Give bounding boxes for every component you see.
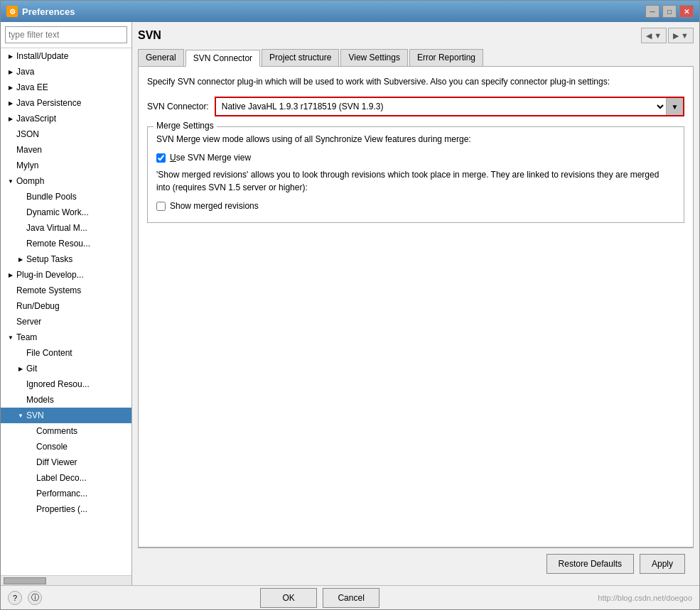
tab-general[interactable]: General — [138, 49, 184, 66]
ok-button[interactable]: OK — [260, 588, 317, 608]
sidebar-item-java-virtual-m[interactable]: Java Virtual M... — [1, 220, 131, 236]
bottom-bar: Restore Defaults Apply — [138, 548, 694, 579]
sidebar-item-label: File Content — [26, 348, 72, 358]
connector-select[interactable]: Native JavaHL 1.9.3 r1718519 (SVN 1.9.3) — [216, 98, 666, 115]
merge-description: SVN Merge view mode allows using of all … — [156, 133, 675, 146]
sidebar-item-git[interactable]: ▶Git — [1, 361, 131, 376]
filter-input[interactable] — [5, 26, 127, 43]
sidebar-item-label: JSON — [16, 129, 39, 139]
show-merged-revisions-row: Show merged revisions — [156, 201, 675, 211]
content-area: ▶Install/Update▶Java▶Java EE▶Java Persis… — [1, 22, 699, 585]
sidebar-item-label: Plug-in Develop... — [16, 270, 84, 280]
sidebar-item-dynamic-work[interactable]: Dynamic Work... — [1, 205, 131, 220]
tree-arrow-icon: ▶ — [6, 114, 15, 123]
sidebar-item-diff-viewer[interactable]: Diff Viewer — [1, 454, 131, 470]
watermark: http://blog.csdn.net/doegoo — [598, 594, 692, 602]
sidebar-item-ignored-resou[interactable]: Ignored Resou... — [1, 376, 131, 392]
sidebar-item-label: Comments — [36, 426, 77, 436]
sidebar-item-java[interactable]: ▶Java — [1, 64, 131, 80]
sidebar-item-plug-in-dev[interactable]: ▶Plug-in Develop... — [1, 267, 131, 283]
sidebar-item-mylyn[interactable]: Mylyn — [1, 158, 131, 173]
sidebar-item-label: Setup Tasks — [26, 254, 72, 264]
tab-error-reporting[interactable]: Error Reporting — [409, 49, 483, 66]
sidebar-item-team[interactable]: ▼Team — [1, 329, 131, 345]
left-panel: ▶Install/Update▶Java▶Java EE▶Java Persis… — [1, 22, 132, 585]
show-merged-checkbox[interactable] — [156, 202, 166, 211]
info-icon[interactable]: ⓘ — [28, 591, 42, 605]
sidebar-item-label: Properties (... — [36, 504, 87, 514]
back-button[interactable]: ◀ ▼ — [641, 28, 667, 43]
tab-content: Specify SVN connector plug-in which will… — [138, 67, 694, 548]
apply-button[interactable]: Apply — [640, 554, 685, 574]
sidebar-item-svn[interactable]: ▼SVN — [1, 408, 131, 423]
sidebar-item-server[interactable]: Server — [1, 314, 131, 329]
select-arrow-icon[interactable]: ▼ — [666, 98, 683, 115]
tab-svn-connector[interactable]: SVN Connector — [185, 50, 260, 67]
maximize-button[interactable]: □ — [662, 5, 677, 18]
sidebar-item-label: Java EE — [16, 82, 48, 92]
show-merged-label: Show merged revisions — [170, 201, 259, 211]
sidebar-item-console[interactable]: Console — [1, 439, 131, 454]
connector-label: SVN Connector: — [147, 102, 209, 111]
sidebar-item-label: Team — [16, 332, 37, 342]
sidebar-item-install-update[interactable]: ▶Install/Update — [1, 48, 131, 64]
preferences-window: ⚙ Preferences ─ □ ✕ ▶Install/Update▶Java… — [0, 0, 700, 610]
panel-title: SVN — [138, 29, 161, 42]
tree-arrow-icon: ▶ — [6, 83, 15, 92]
scroll-thumb-h[interactable] — [4, 577, 46, 584]
sidebar-item-label: Server — [16, 317, 41, 327]
restore-defaults-button[interactable]: Restore Defaults — [546, 554, 634, 574]
tree-arrow-icon: ▶ — [16, 255, 25, 263]
sidebar-item-label-deco[interactable]: Label Deco... — [1, 470, 131, 486]
sidebar-item-maven[interactable]: Maven — [1, 142, 131, 158]
tab-view-settings[interactable]: View Settings — [340, 49, 408, 66]
panel-header: SVN ◀ ▼ ▶ ▼ — [138, 28, 694, 43]
sidebar-item-java-persistence[interactable]: ▶Java Persistence — [1, 95, 131, 111]
sidebar-item-file-content[interactable]: File Content — [1, 345, 131, 361]
sidebar-item-label: Dynamic Work... — [26, 207, 89, 217]
minimize-button[interactable]: ─ — [645, 5, 659, 18]
use-svn-merge-checkbox[interactable] — [156, 153, 166, 163]
sidebar-item-label: Mylyn — [16, 160, 38, 170]
sidebar-item-json[interactable]: JSON — [1, 126, 131, 142]
right-panel: SVN ◀ ▼ ▶ ▼ GeneralSVN ConnectorProject … — [132, 22, 699, 585]
nav-buttons: ◀ ▼ ▶ ▼ — [641, 28, 694, 43]
sidebar-item-properties[interactable]: Properties (... — [1, 501, 131, 517]
sidebar-item-run-debug[interactable]: Run/Debug — [1, 298, 131, 314]
sidebar-item-label: Remote Systems — [16, 285, 81, 295]
tree-arrow-icon: ▶ — [6, 52, 15, 60]
sidebar-item-java-ee[interactable]: ▶Java EE — [1, 80, 131, 95]
sidebar-item-label: Remote Resou... — [26, 239, 90, 249]
tree-arrow-icon: ▶ — [6, 67, 15, 76]
sidebar-item-models[interactable]: Models — [1, 392, 131, 408]
connector-description: Specify SVN connector plug-in which will… — [147, 75, 684, 88]
sidebar-item-oomph[interactable]: ▼Oomph — [1, 173, 131, 189]
sidebar-item-performance[interactable]: Performanc... — [1, 486, 131, 501]
sidebar-item-label: Label Deco... — [36, 473, 87, 483]
sidebar-item-remote-resou[interactable]: Remote Resou... — [1, 236, 131, 251]
sidebar-item-label: JavaScript — [16, 114, 56, 124]
sidebar-item-remote-sys[interactable]: Remote Systems — [1, 283, 131, 298]
merge-settings-title: Merge Settings — [154, 121, 217, 131]
sidebar-item-label: Java Persistence — [16, 98, 81, 108]
close-button[interactable]: ✕ — [679, 5, 694, 18]
cancel-button[interactable]: Cancel — [323, 588, 379, 608]
tree-arrow-icon: ▼ — [16, 411, 25, 420]
sidebar-item-setup-tasks[interactable]: ▶Setup Tasks — [1, 251, 131, 267]
tree-arrow-icon: ▶ — [16, 364, 25, 373]
connector-select-wrapper: Native JavaHL 1.9.3 r1718519 (SVN 1.9.3)… — [215, 97, 684, 116]
status-bar: ? ⓘ OK Cancel http://blog.csdn.net/doego… — [1, 585, 699, 609]
help-icon[interactable]: ? — [8, 591, 22, 605]
sidebar-item-javascript[interactable]: ▶JavaScript — [1, 111, 131, 126]
sidebar-item-label: Maven — [16, 145, 42, 155]
horizontal-scrollbar[interactable] — [1, 575, 131, 585]
sidebar-item-label: Console — [36, 442, 68, 452]
tab-project-structure[interactable]: Project structure — [262, 49, 339, 66]
sidebar-item-comments[interactable]: Comments — [1, 423, 131, 439]
sidebar-item-label: Run/Debug — [16, 301, 60, 311]
merge-settings-group: Merge Settings SVN Merge view mode allow… — [147, 126, 684, 223]
sidebar-item-label: Models — [26, 395, 54, 405]
forward-button[interactable]: ▶ ▼ — [668, 28, 694, 43]
filter-box — [1, 22, 131, 48]
sidebar-item-bundle-pools[interactable]: Bundle Pools — [1, 189, 131, 205]
